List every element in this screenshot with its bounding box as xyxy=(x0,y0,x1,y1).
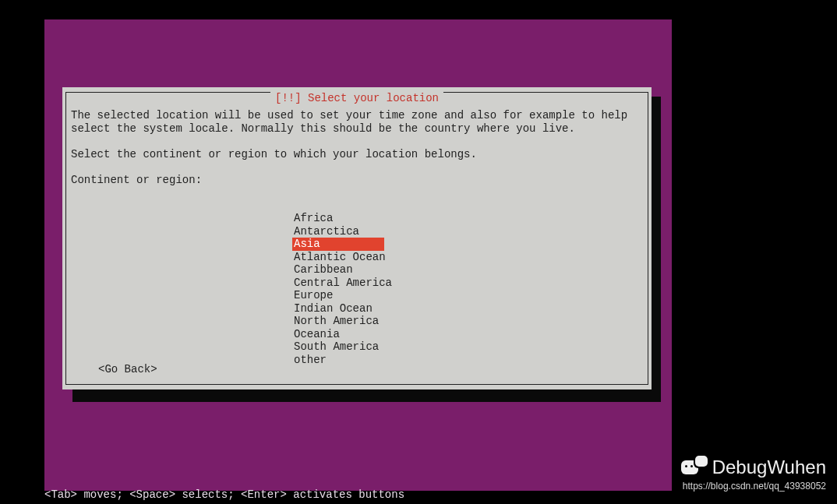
dialog-title: [!!] Select your location xyxy=(270,92,443,104)
region-item[interactable]: South America xyxy=(292,340,394,354)
watermark-url: https://blog.csdn.net/qq_43938052 xyxy=(681,481,826,492)
region-item[interactable]: North America xyxy=(292,315,394,328)
region-item[interactable]: Africa xyxy=(292,212,394,225)
location-dialog: [!!] Select your location The selected l… xyxy=(62,87,652,389)
footer-hint: <Tab> moves; <Space> selects; <Enter> ac… xyxy=(44,488,404,501)
region-item[interactable]: Atlantic Ocean xyxy=(292,251,394,264)
region-item[interactable]: Asia xyxy=(292,238,384,251)
region-item[interactable]: Central America xyxy=(292,277,394,290)
dialog-body: The selected location will be used to se… xyxy=(71,109,643,382)
region-item[interactable]: Indian Ocean xyxy=(292,302,394,315)
wechat-icon xyxy=(681,456,708,479)
region-item[interactable]: other xyxy=(292,354,394,367)
region-item[interactable]: Antarctica xyxy=(292,225,394,238)
region-item[interactable]: Oceania xyxy=(292,328,394,341)
go-back-button[interactable]: <Go Back> xyxy=(98,363,157,376)
watermark: DebugWuhen https://blog.csdn.net/qq_4393… xyxy=(681,456,826,492)
region-item[interactable]: Europe xyxy=(292,289,394,302)
dialog-paragraph-2: Select the continent or region to which … xyxy=(71,148,643,161)
dialog-prompt: Continent or region: xyxy=(71,174,643,187)
dialog-paragraph-1: The selected location will be used to se… xyxy=(71,109,643,135)
region-item[interactable]: Caribbean xyxy=(292,263,394,277)
region-list[interactable]: AfricaAntarcticaAsiaAtlantic OceanCaribb… xyxy=(292,212,394,366)
watermark-name: DebugWuhen xyxy=(712,456,826,478)
